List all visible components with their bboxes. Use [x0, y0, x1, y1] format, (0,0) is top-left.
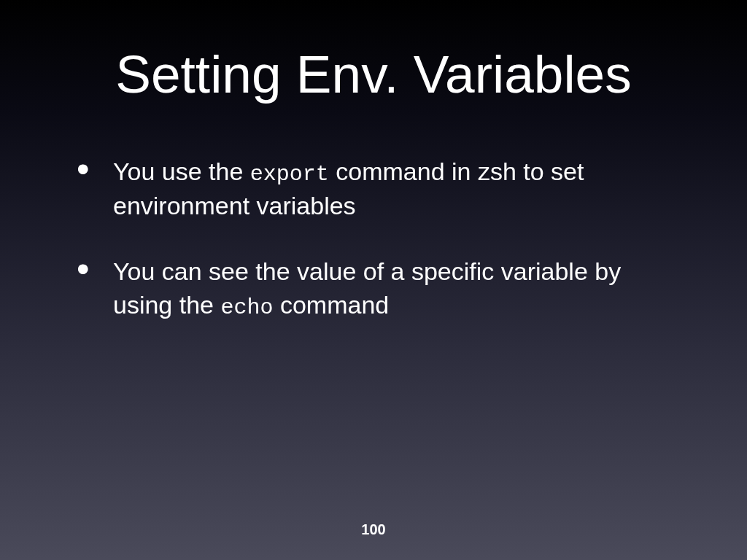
slide-container: Setting Env. Variables You use the expor…: [0, 0, 747, 560]
bullet-item: You use the export command in zsh to set…: [77, 155, 678, 222]
page-number: 100: [361, 521, 385, 538]
bullet-item: You can see the value of a specific vari…: [77, 255, 678, 322]
bullet-list: You use the export command in zsh to set…: [69, 155, 678, 323]
bullet-code: export: [250, 162, 329, 187]
bullet-text-pre: You use the: [113, 158, 250, 185]
slide-title: Setting Env. Variables: [69, 44, 678, 104]
bullet-code: echo: [220, 295, 273, 320]
bullet-text-post: command: [273, 291, 389, 319]
